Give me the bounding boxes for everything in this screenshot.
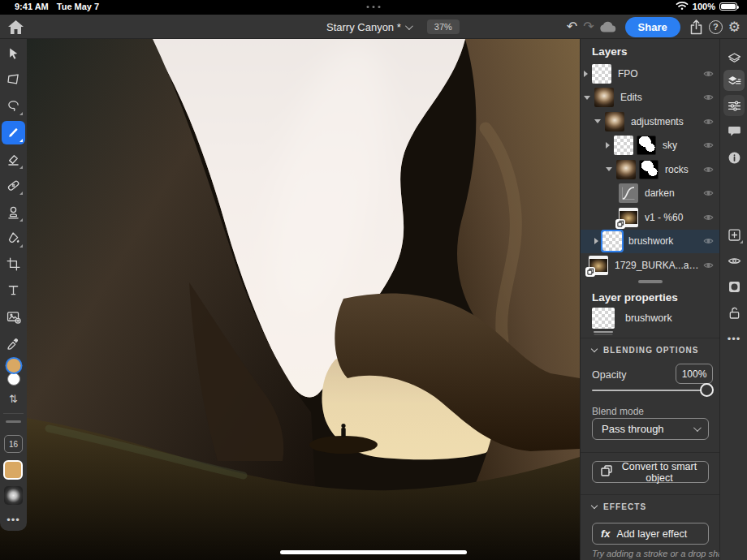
smart-object-badge-icon bbox=[615, 219, 625, 229]
chevron-down-icon bbox=[591, 502, 598, 509]
visibility-panel-icon[interactable] bbox=[723, 250, 745, 271]
layer-row[interactable]: Edits bbox=[581, 86, 720, 110]
brush-tool[interactable] bbox=[2, 121, 25, 144]
layer-row[interactable]: darken bbox=[581, 182, 720, 206]
add-layer-panel-icon[interactable] bbox=[723, 224, 745, 245]
layer-name: 1729_BURKA...anced-NR33 bbox=[615, 260, 699, 271]
layer-visibility-eye-icon[interactable] bbox=[703, 140, 714, 151]
layer-row[interactable]: brushwork bbox=[581, 230, 720, 254]
convert-to-smart-object-button[interactable]: Convert to smart object bbox=[592, 461, 709, 483]
share-button[interactable]: Share bbox=[625, 17, 680, 37]
settings-gear-icon[interactable]: ⚙ bbox=[728, 19, 741, 36]
chevron-down-icon bbox=[405, 22, 413, 30]
person-silhouette bbox=[341, 424, 345, 437]
redo-button[interactable]: ↷ bbox=[583, 20, 594, 33]
layer-thumbnail bbox=[616, 160, 636, 179]
smart-object-thumbnail bbox=[589, 256, 608, 275]
cloud-sync-icon[interactable] bbox=[600, 21, 616, 32]
clone-stamp-tool[interactable] bbox=[2, 200, 25, 224]
tool-options-drag-handle[interactable] bbox=[6, 420, 21, 423]
swap-colors-icon[interactable]: ⇅ bbox=[0, 393, 27, 405]
blending-options-header[interactable]: BLENDING OPTIONS bbox=[592, 346, 699, 355]
opacity-slider[interactable] bbox=[592, 390, 709, 391]
fx-icon: fx bbox=[601, 528, 611, 540]
layer-thumbnail bbox=[605, 112, 624, 131]
layer-list: FPOEditsadjustmentsskyrocksdarkenv1 - %6… bbox=[581, 62, 720, 278]
tool-options-indicator bbox=[19, 112, 23, 115]
background-color-well[interactable] bbox=[7, 373, 20, 386]
app-toolbar: Starry Canyon * 37% ↶ ↷ Share ? ⚙ bbox=[0, 15, 747, 39]
adjustments-panel-icon[interactable] bbox=[723, 95, 745, 116]
layer-visibility-eye-icon[interactable] bbox=[703, 116, 714, 127]
disclosure-triangle-icon[interactable] bbox=[594, 238, 598, 244]
info-panel-icon[interactable] bbox=[723, 147, 745, 168]
layer-list-panel-icon[interactable] bbox=[723, 70, 745, 91]
more-panel-icon[interactable]: ••• bbox=[723, 328, 745, 349]
add-layer-effect-button[interactable]: fx Add layer effect bbox=[592, 523, 709, 545]
disclosure-triangle-icon[interactable] bbox=[606, 167, 612, 171]
layer-visibility-eye-icon[interactable] bbox=[703, 68, 714, 79]
move-tool[interactable] bbox=[2, 42, 25, 66]
document-canvas[interactable] bbox=[0, 39, 580, 560]
tool-options-indicator bbox=[19, 166, 23, 169]
layer-row[interactable]: 1729_BURKA...anced-NR33 bbox=[581, 253, 720, 278]
eyedropper-tool[interactable] bbox=[2, 332, 25, 355]
opacity-slider-knob[interactable] bbox=[700, 383, 714, 397]
brush-color-swatch[interactable] bbox=[3, 460, 23, 480]
undo-button[interactable]: ↶ bbox=[567, 20, 577, 33]
tool-options-more-button[interactable]: ••• bbox=[0, 514, 27, 526]
place-image-tool[interactable] bbox=[2, 305, 25, 329]
healing-tool[interactable] bbox=[2, 174, 25, 197]
brush-hardness-preview[interactable] bbox=[4, 486, 23, 505]
eraser-tool[interactable] bbox=[2, 148, 25, 171]
smart-object-thumbnail bbox=[619, 208, 638, 227]
disclosure-triangle-icon[interactable] bbox=[606, 142, 610, 149]
layer-visibility-eye-icon[interactable] bbox=[703, 212, 714, 222]
effects-header[interactable]: EFFECTS bbox=[592, 502, 646, 511]
wifi-icon bbox=[676, 1, 689, 12]
layer-visibility-eye-icon[interactable] bbox=[703, 236, 714, 247]
layer-thumbnail bbox=[592, 64, 611, 84]
export-icon[interactable] bbox=[689, 19, 703, 35]
blend-mode-select[interactable]: Pass through bbox=[592, 418, 709, 440]
zoom-level-badge[interactable]: 37% bbox=[427, 19, 460, 34]
help-button[interactable]: ? bbox=[709, 20, 723, 34]
home-button[interactable] bbox=[6, 17, 25, 37]
layer-row[interactable]: v1 - %60 bbox=[581, 205, 720, 230]
transform-tool[interactable] bbox=[2, 68, 25, 92]
brush-size-field[interactable]: 16 bbox=[4, 435, 23, 453]
blend-mode-value: Pass through bbox=[602, 423, 664, 435]
layers-panel-icon[interactable] bbox=[723, 48, 745, 69]
selected-layer-thumbnail bbox=[592, 308, 615, 329]
disclosure-triangle-icon[interactable] bbox=[584, 71, 588, 77]
opacity-value-field[interactable]: 100% bbox=[676, 364, 713, 384]
opacity-label: Opacity bbox=[592, 369, 626, 381]
canvas-artwork bbox=[0, 39, 580, 560]
layer-thumbnail bbox=[614, 136, 633, 155]
layer-visibility-eye-icon[interactable] bbox=[703, 188, 714, 199]
layer-visibility-eye-icon[interactable] bbox=[703, 164, 714, 174]
document-title-dropdown[interactable]: Starry Canyon * bbox=[326, 21, 411, 33]
lasso-tool[interactable] bbox=[2, 94, 25, 118]
layer-row[interactable]: adjustments bbox=[581, 110, 720, 134]
disclosure-triangle-icon[interactable] bbox=[594, 119, 601, 123]
layer-visibility-eye-icon[interactable] bbox=[703, 93, 714, 103]
layer-row[interactable]: sky bbox=[581, 134, 720, 158]
options-indicator bbox=[740, 240, 743, 243]
home-indicator[interactable] bbox=[280, 550, 467, 554]
comment-panel-icon[interactable] bbox=[723, 120, 745, 141]
fill-tool[interactable] bbox=[2, 226, 25, 250]
date: Tue May 7 bbox=[57, 2, 99, 11]
layer-name: brushwork bbox=[628, 235, 699, 247]
panel-switcher-strip: ••• bbox=[719, 39, 747, 560]
crop-tool[interactable] bbox=[2, 252, 25, 276]
lock-panel-icon[interactable] bbox=[723, 302, 745, 323]
type-tool[interactable] bbox=[2, 278, 25, 302]
layer-visibility-eye-icon[interactable] bbox=[703, 260, 714, 270]
foreground-color-well[interactable] bbox=[6, 359, 20, 373]
layer-row[interactable]: FPO bbox=[581, 62, 720, 86]
mask-panel-icon[interactable] bbox=[723, 276, 745, 297]
layer-row[interactable]: rocks bbox=[581, 157, 720, 182]
disclosure-triangle-icon[interactable] bbox=[584, 96, 590, 100]
panel-resize-handle[interactable] bbox=[638, 280, 663, 283]
